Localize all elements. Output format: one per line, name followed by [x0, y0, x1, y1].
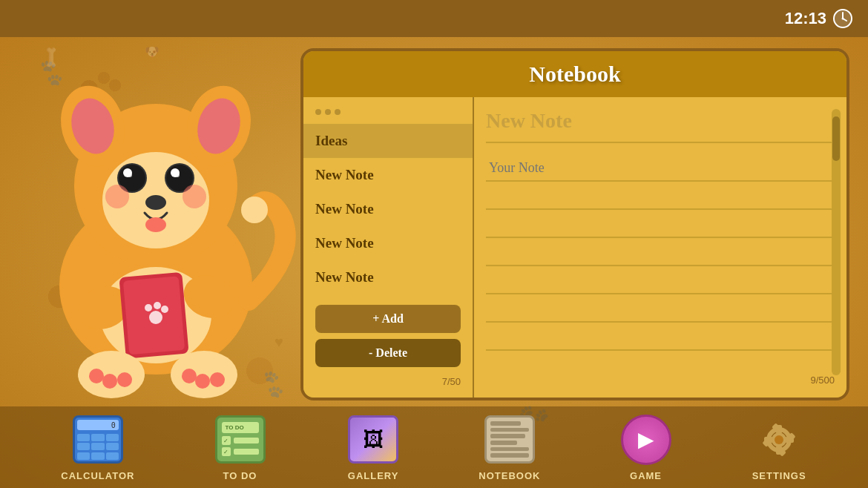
- todo-icon: TO DO ✓ ✓: [215, 415, 266, 464]
- notebook-panel: Notebook Ideas New Note New Note: [300, 48, 849, 400]
- clock-time: 12:13: [785, 9, 826, 28]
- dog-character: [15, 41, 297, 404]
- nav-item-gallery[interactable]: 🖼 GALLERY: [346, 414, 401, 481]
- game-icon-container: ▶: [618, 414, 674, 466]
- calculator-icon: 0: [73, 415, 123, 464]
- clock-icon: [832, 8, 853, 29]
- note-item-1[interactable]: New Note: [303, 158, 473, 192]
- note-body-container: [486, 151, 835, 370]
- note-item-0[interactable]: Ideas: [303, 124, 473, 158]
- clock-display: 12:13: [785, 8, 853, 29]
- nav-label-calculator: CALCULATOR: [61, 470, 134, 481]
- scrollbar-thumb: [832, 116, 840, 161]
- svg-point-21: [183, 185, 206, 208]
- note-title-input[interactable]: [486, 109, 835, 133]
- notebook-header: Notebook: [303, 51, 846, 97]
- note-dots: [303, 103, 473, 121]
- notebook-icon-container: [481, 414, 537, 466]
- svg-point-34: [89, 369, 104, 383]
- note-item-3[interactable]: New Note: [303, 226, 473, 260]
- svg-point-41: [241, 197, 268, 223]
- note-list: Ideas New Note New Note New Note New Not…: [303, 124, 473, 299]
- svg-point-31: [154, 302, 161, 309]
- game-icon: ▶: [621, 415, 671, 465]
- notebook-body: Ideas New Note New Note New Note New Not…: [303, 97, 846, 398]
- svg-point-19: [175, 173, 180, 177]
- notebook-nav-icon: [484, 415, 535, 464]
- note-char-count: 9/500: [486, 370, 835, 386]
- svg-point-52: [775, 435, 783, 444]
- gallery-icon-container: 🖼: [346, 414, 401, 466]
- add-note-button[interactable]: + Add: [315, 305, 461, 333]
- note-editor-panel: 9/500: [474, 97, 846, 398]
- note-body-textarea[interactable]: [486, 151, 835, 370]
- svg-point-4: [842, 18, 844, 20]
- nav-label-settings: SETTINGS: [752, 470, 806, 481]
- nav-item-todo[interactable]: TO DO ✓ ✓ TO DO: [212, 414, 268, 481]
- notebook-title: Notebook: [529, 62, 620, 86]
- note-title-divider: [486, 142, 835, 143]
- svg-point-38: [182, 369, 197, 383]
- svg-point-18: [128, 173, 132, 177]
- bottom-nav: 0 CALCULATOR TO DO: [0, 406, 868, 488]
- nav-label-gallery: GALLERY: [348, 470, 399, 481]
- todo-icon-container: TO DO ✓ ✓: [212, 414, 268, 466]
- svg-point-40: [210, 372, 225, 387]
- svg-point-23: [145, 217, 166, 232]
- nav-item-game[interactable]: ▶ GAME: [618, 414, 674, 481]
- nav-label-game: GAME: [630, 470, 662, 481]
- svg-point-39: [195, 374, 210, 389]
- note-item-4[interactable]: New Note: [303, 260, 473, 294]
- svg-point-36: [117, 372, 132, 387]
- nav-item-notebook[interactable]: NOTEBOOK: [479, 414, 540, 481]
- top-bar: 12:13: [0, 0, 868, 37]
- svg-point-20: [105, 185, 129, 208]
- note-list-panel: Ideas New Note New Note New Note New Not…: [303, 97, 474, 398]
- nav-item-settings[interactable]: SETTINGS: [752, 414, 807, 481]
- svg-point-30: [145, 304, 152, 311]
- editor-scrollbar[interactable]: [832, 109, 841, 375]
- svg-point-22: [145, 195, 166, 210]
- svg-point-35: [102, 374, 117, 389]
- delete-note-button[interactable]: - Delete: [315, 339, 461, 367]
- settings-icon: [754, 415, 804, 465]
- nav-label-todo: TO DO: [223, 470, 257, 481]
- svg-point-32: [161, 306, 168, 313]
- nav-label-notebook: NOTEBOOK: [479, 470, 540, 481]
- nav-item-calculator[interactable]: 0 CALCULATOR: [61, 414, 134, 481]
- settings-icon-container: [752, 414, 807, 466]
- gallery-icon: 🖼: [348, 415, 398, 464]
- note-item-2[interactable]: New Note: [303, 192, 473, 226]
- svg-point-29: [149, 311, 162, 324]
- note-count: 7/50: [303, 373, 473, 392]
- note-list-buttons: + Add - Delete: [303, 299, 473, 373]
- calculator-icon-container: 0: [70, 414, 125, 466]
